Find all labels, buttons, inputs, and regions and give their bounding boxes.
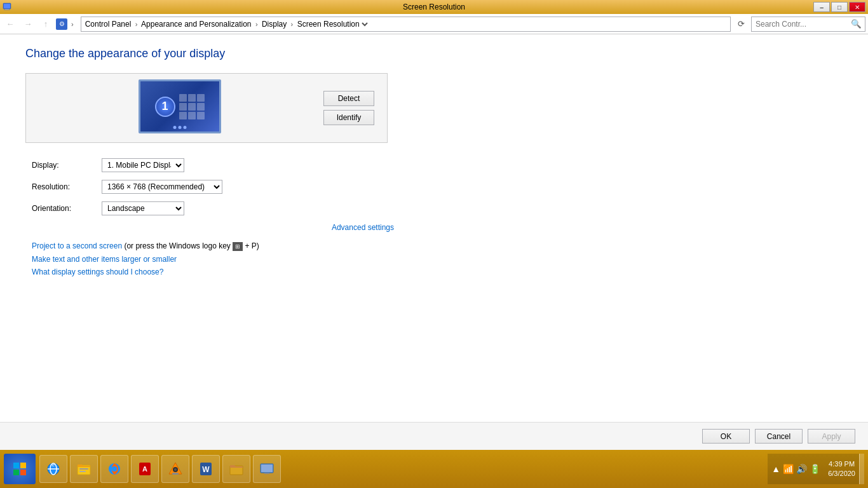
svg-rect-4 xyxy=(13,463,19,468)
control-panel-icon: ⚙ xyxy=(56,18,67,30)
taskbar: e A xyxy=(0,450,868,488)
resolution-select[interactable]: 868 × 488 (Recommended) xyxy=(102,180,222,194)
monitor-grid xyxy=(179,94,205,119)
page-title: Change the appearance of your display xyxy=(25,47,843,60)
breadcrumb-item-4: Screen Resolution xyxy=(297,20,360,29)
refresh-button[interactable]: ⟳ xyxy=(733,17,749,32)
project-text: (or press the Windows logo key xyxy=(124,241,233,250)
bottom-button-bar: OK Cancel Apply xyxy=(0,422,868,450)
svg-rect-27 xyxy=(261,464,273,472)
taskbar-ie[interactable]: e xyxy=(39,455,67,483)
title-bar: Screen Resolution ‒ □ ✕ xyxy=(0,0,868,14)
tray-battery[interactable]: 🔋 xyxy=(810,464,820,474)
breadcrumb-item-2[interactable]: Appearance and Personalization xyxy=(141,20,251,29)
svg-text:e: e xyxy=(52,462,55,468)
system-clock[interactable]: 4:39 PM 6/3/2020 xyxy=(824,454,859,484)
taskbar-apps: e A xyxy=(39,455,281,483)
advanced-settings-link-row: Advanced settings xyxy=(32,223,394,232)
tray-sound[interactable]: 🔊 xyxy=(796,464,807,474)
display-row: Display: 1. Mobile PC Display xyxy=(32,158,843,172)
svg-rect-1 xyxy=(4,4,10,8)
close-button[interactable]: ✕ xyxy=(849,2,865,12)
svg-rect-6 xyxy=(13,470,19,475)
make-text-link[interactable]: Make text and other items larger or smal… xyxy=(32,255,177,264)
svg-point-22 xyxy=(174,468,177,471)
taskbar-vlc[interactable] xyxy=(161,455,189,483)
orientation-row: Orientation: Landscape Portrait Landscap… xyxy=(32,201,843,215)
windows-key-icon: ⊞ xyxy=(233,242,243,251)
app-icon xyxy=(3,3,11,11)
forward-button[interactable]: → xyxy=(20,17,36,32)
monitor-preview: 1 xyxy=(139,79,224,137)
project-suffix: + P) xyxy=(245,241,259,250)
display-settings-link[interactable]: What display settings should I choose? xyxy=(32,268,163,276)
clock-time: 4:39 PM xyxy=(828,459,855,469)
advanced-settings-link[interactable]: Advanced settings xyxy=(332,223,394,232)
maximize-button[interactable]: □ xyxy=(831,2,848,12)
apply-button[interactable]: Apply xyxy=(808,429,855,444)
taskbar-firefox[interactable] xyxy=(100,455,128,483)
detect-button[interactable]: Detect xyxy=(323,91,374,106)
cancel-button[interactable]: Cancel xyxy=(755,429,803,444)
identify-button[interactable]: Identify xyxy=(323,110,374,125)
address-bar: ← → ↑ ⚙ › Control Panel › Appearance and… xyxy=(0,14,868,34)
search-box[interactable]: 🔍 xyxy=(751,17,865,32)
breadcrumb-item-3[interactable]: Display xyxy=(262,20,287,29)
taskbar-acrobat[interactable]: A xyxy=(131,455,159,483)
taskbar-word[interactable]: W xyxy=(192,455,220,483)
breadcrumb[interactable]: Control Panel › Appearance and Personali… xyxy=(81,17,731,32)
svg-rect-7 xyxy=(20,470,26,475)
tray-network[interactable]: 📶 xyxy=(783,464,794,474)
ok-button[interactable]: OK xyxy=(702,429,750,444)
orientation-select[interactable]: Landscape Portrait Landscape (flipped) P… xyxy=(102,201,184,215)
search-button[interactable]: 🔍 xyxy=(851,19,862,29)
clock-date: 6/3/2020 xyxy=(828,469,855,478)
svg-rect-5 xyxy=(20,463,26,468)
resolution-row: Resolution: 868 × 488 (Recommended) xyxy=(32,180,843,194)
resolution-label: Resolution: xyxy=(32,182,102,191)
display-preview-area: 1 Detect Identify xyxy=(25,73,388,143)
breadcrumb-dropdown[interactable] xyxy=(360,17,370,31)
breadcrumb-text: Control Panel › Appearance and Personali… xyxy=(85,20,360,29)
display-label: Display: xyxy=(32,161,102,170)
up-button[interactable]: ↑ xyxy=(38,17,53,32)
display-select[interactable]: 1. Mobile PC Display xyxy=(102,158,184,172)
project-link-row: Project to a second screen (or press the… xyxy=(32,241,843,251)
back-button[interactable]: ← xyxy=(3,17,18,32)
svg-point-16 xyxy=(112,466,117,471)
display-settings-row: What display settings should I choose? xyxy=(32,268,843,276)
orientation-label: Orientation: xyxy=(32,204,102,213)
svg-text:A: A xyxy=(142,465,147,473)
window-title: Screen Resolution xyxy=(403,3,465,11)
extra-links-section: Project to a second screen (or press the… xyxy=(32,241,843,276)
minimize-button[interactable]: ‒ xyxy=(813,2,830,12)
svg-rect-28 xyxy=(264,473,269,474)
project-link[interactable]: Project to a second screen xyxy=(32,241,122,250)
taskbar-app8[interactable] xyxy=(253,455,281,483)
svg-rect-3 xyxy=(4,10,10,10)
search-input[interactable] xyxy=(756,20,851,29)
start-button[interactable] xyxy=(4,454,36,484)
window-controls: ‒ □ ✕ xyxy=(813,2,865,12)
detect-identify-buttons: Detect Identify xyxy=(323,91,374,125)
svg-rect-20 xyxy=(172,473,179,475)
breadcrumb-item-1[interactable]: Control Panel xyxy=(85,20,132,29)
monitor-number: 1 xyxy=(155,97,175,117)
taskbar-folder[interactable] xyxy=(222,455,250,483)
taskbar-explorer[interactable] xyxy=(70,455,98,483)
svg-text:W: W xyxy=(202,465,210,474)
system-tray: ▲ 📶 🔊 🔋 xyxy=(768,454,824,484)
svg-rect-13 xyxy=(79,468,88,470)
display-settings-form: Display: 1. Mobile PC Display Resolution… xyxy=(32,158,843,215)
make-text-row: Make text and other items larger or smal… xyxy=(32,255,843,264)
tray-arrow[interactable]: ▲ xyxy=(771,464,780,474)
svg-rect-14 xyxy=(79,471,86,472)
main-content: Change the appearance of your display 1 xyxy=(0,34,868,450)
show-desktop-button[interactable] xyxy=(859,454,864,484)
